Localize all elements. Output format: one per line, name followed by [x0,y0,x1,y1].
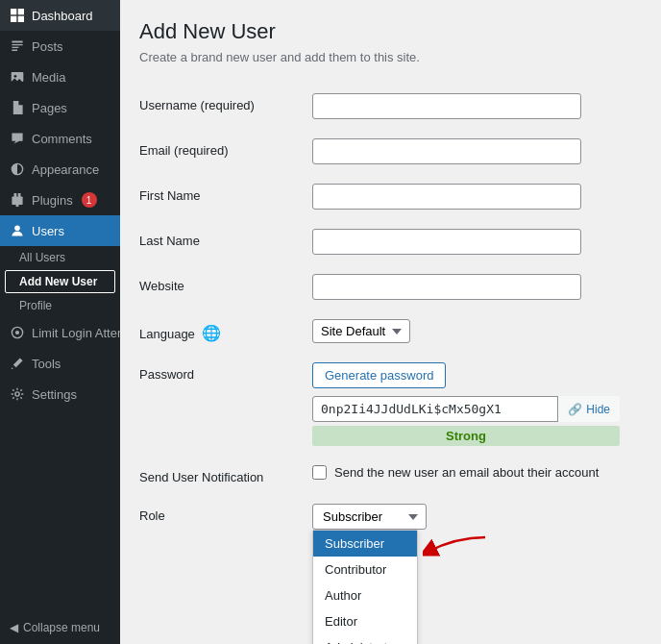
sidebar-item-label: Pages [32,101,67,115]
language-field-wrap: Site Default [312,319,642,343]
sidebar-item-label: Plugins [32,193,73,208]
sidebar-item-pages[interactable]: Pages [0,92,120,123]
sidebar-item-users[interactable]: Users [0,215,120,246]
password-strength: Strong [312,426,620,446]
password-row: Password Generate password 🔗 Hide Strong [139,353,642,456]
eye-icon: 🔗 [568,403,582,416]
sidebar-item-label: Dashboard [32,9,93,23]
tools-icon [10,356,25,371]
svg-point-5 [14,75,17,78]
users-icon [10,223,25,238]
sidebar-item-media[interactable]: Media [0,62,120,92]
role-label: Role [139,504,312,523]
sidebar-item-comments[interactable]: Comments [0,123,120,154]
password-field-wrap: Generate password 🔗 Hide Strong [312,362,642,446]
dashboard-icon [10,8,25,23]
website-input[interactable] [312,274,581,300]
notification-label: Send User Notification [139,465,312,484]
lastname-field-wrap [312,229,642,255]
sidebar-item-label: Comments [32,132,92,146]
role-option-editor[interactable]: Editor [313,608,417,634]
notification-field-wrap: Send the new user an email about their a… [312,465,642,480]
notification-checkbox[interactable] [312,465,327,480]
sidebar-item-label: Media [32,70,65,85]
media-icon [10,69,25,85]
role-row: Role Subscriber Contributor Author Edito… [139,494,642,539]
svg-rect-9 [12,197,22,205]
limit-login-icon [10,325,25,340]
password-label: Password [139,362,312,382]
pages-icon [10,100,25,115]
collapse-icon: ◀ [10,621,18,634]
notification-checkbox-wrap: Send the new user an email about their a… [312,465,642,480]
firstname-input[interactable] [312,184,581,210]
sidebar-item-settings[interactable]: Settings [0,379,120,409]
language-icon: 🌐 [202,325,221,341]
role-select[interactable]: Subscriber Contributor Author Editor Adm… [312,504,427,530]
role-option-contributor[interactable]: Contributor [313,557,417,582]
posts-icon [10,38,25,54]
svg-point-14 [15,392,19,396]
svg-rect-0 [11,9,16,14]
collapse-label: Collapse menu [23,621,100,634]
password-wrap: 🔗 Hide [312,396,620,422]
sidebar-item-label: Posts [32,39,63,54]
hide-password-button[interactable]: 🔗 Hide [557,396,620,422]
lastname-input[interactable] [312,229,581,255]
sidebar-item-tools[interactable]: Tools [0,348,120,379]
svg-rect-2 [11,16,16,22]
firstname-field-wrap [312,184,642,210]
appearance-icon [10,161,25,177]
submenu-profile[interactable]: Profile [0,294,120,317]
svg-point-11 [14,225,20,231]
submenu-add-new-user[interactable]: Add New User [5,270,115,293]
generate-password-button[interactable]: Generate password [312,362,446,388]
email-field-wrap [312,138,642,164]
sidebar-item-appearance[interactable]: Appearance [0,154,120,185]
submenu-all-users[interactable]: All Users [0,246,120,269]
sidebar-item-dashboard[interactable]: Dashboard [0,0,120,31]
plugins-icon [10,192,25,208]
language-label: Language 🌐 [139,319,312,342]
collapse-menu-button[interactable]: ◀ Collapse menu [0,611,120,644]
sidebar-item-label: Users [32,224,64,238]
role-option-author[interactable]: Author [313,582,417,608]
sidebar-item-label: Limit Login Attempts [32,326,120,340]
role-field-wrap: Subscriber Contributor Author Editor Adm… [312,504,642,530]
plugins-badge: 1 [82,192,97,208]
page-title: Add New User [139,19,642,44]
username-row: Username (required) [139,84,642,129]
website-label: Website [139,274,312,293]
sidebar-item-posts[interactable]: Posts [0,31,120,62]
username-input[interactable] [312,93,581,119]
email-row: Email (required) [139,129,642,174]
website-field-wrap [312,274,642,300]
comments-icon [10,131,25,146]
sidebar-item-limit-login[interactable]: Limit Login Attempts [0,317,120,348]
role-dropdown-popup: Subscriber Contributor Author Editor Adm… [312,530,418,644]
sidebar-item-label: Tools [32,357,61,371]
username-field-wrap [312,93,642,119]
role-select-wrap: Subscriber Contributor Author Editor Adm… [312,504,427,530]
red-arrow [423,533,490,566]
sidebar-item-plugins[interactable]: Plugins 1 [0,185,120,215]
role-select-container: Subscriber Contributor Author Editor Adm… [312,504,427,530]
website-row: Website [139,264,642,310]
username-label: Username (required) [139,93,312,112]
notification-row: Send User Notification Send the new user… [139,456,642,494]
settings-icon [10,386,25,402]
language-select[interactable]: Site Default [312,319,410,343]
main-content: Add New User Create a brand new user and… [120,0,661,644]
role-option-subscriber[interactable]: Subscriber [313,531,417,557]
sidebar-item-label: Settings [32,387,77,402]
role-option-administrator[interactable]: Administrator [313,634,417,644]
language-row: Language 🌐 Site Default [139,310,642,353]
svg-rect-10 [16,205,19,207]
email-input[interactable] [312,138,581,164]
notification-checkbox-label: Send the new user an email about their a… [334,465,599,480]
lastname-row: Last Name [139,219,642,264]
password-input[interactable] [312,396,581,422]
users-submenu: All Users Add New User Profile [0,246,120,317]
sidebar-item-label: Appearance [32,162,99,177]
svg-rect-1 [18,9,24,14]
